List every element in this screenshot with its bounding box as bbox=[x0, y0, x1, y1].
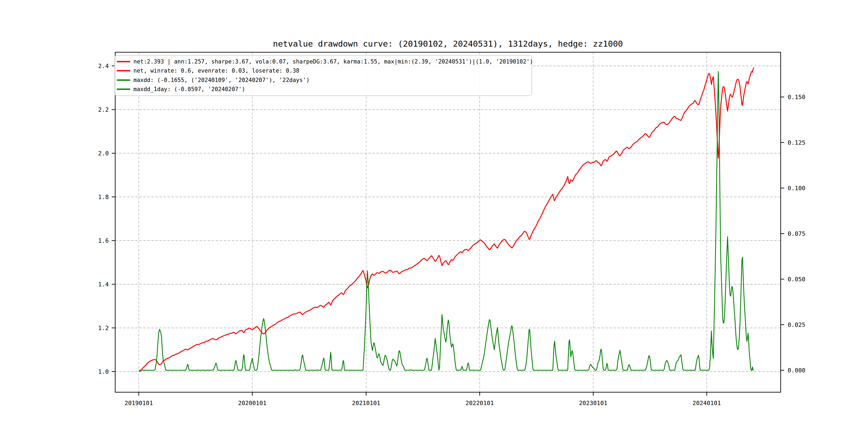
legend-label-net-winrate: net, winrate: 0.6, evenrate: 0.03, loser… bbox=[133, 67, 300, 74]
y-right-tick-label: 0.050 bbox=[787, 276, 805, 283]
x-tick-label: 20210101 bbox=[352, 400, 380, 406]
legend: net:2.393 | ann:1.257, sharpe:3.67, vola… bbox=[115, 56, 533, 96]
gridlines bbox=[115, 52, 781, 392]
y-left-tick-label: 1.6 bbox=[98, 237, 109, 244]
y-left-tick-label: 1.0 bbox=[98, 368, 109, 375]
x-tick-label: 20220101 bbox=[466, 400, 494, 406]
x-tick-label: 20230101 bbox=[579, 400, 607, 406]
x-tick-label: 20240101 bbox=[692, 400, 721, 406]
y-right-tick-label: 0.150 bbox=[787, 94, 805, 100]
y-left-tick-label: 1.2 bbox=[98, 325, 109, 331]
net-curve bbox=[139, 67, 754, 372]
axis-tick-labels: 1.01.21.41.61.82.02.22.40.0000.0250.0500… bbox=[98, 63, 805, 406]
x-tick-label: 20200101 bbox=[238, 400, 267, 406]
legend-row: maxdd_1day: (-0.0597, '20240207') bbox=[117, 86, 245, 92]
legend-row: net:2.393 | ann:1.257, sharpe:3.67, vola… bbox=[117, 58, 533, 65]
y-right-tick-label: 0.075 bbox=[787, 230, 805, 237]
drawdown-curve bbox=[139, 71, 754, 370]
x-tick-label: 20190101 bbox=[125, 400, 153, 406]
y-right-tick-label: 0.125 bbox=[787, 139, 805, 146]
legend-label-net-stats: net:2.393 | ann:1.257, sharpe:3.67, vola… bbox=[133, 58, 533, 65]
legend-row: maxdd: (-0.1655, ('20240109', '20240207'… bbox=[117, 77, 309, 83]
legend-label-maxdd: maxdd: (-0.1655, ('20240109', '20240207'… bbox=[133, 77, 309, 83]
y-right-tick-label: 0.000 bbox=[787, 367, 805, 374]
y-left-tick-label: 2.4 bbox=[98, 63, 109, 69]
y-left-tick-label: 2.0 bbox=[98, 150, 109, 157]
y-left-tick-label: 2.2 bbox=[98, 106, 109, 113]
plot-border bbox=[115, 52, 781, 392]
chart-title: netvalue drawdown curve: (20190102, 2024… bbox=[273, 39, 623, 49]
y-left-tick-label: 1.4 bbox=[98, 281, 109, 288]
legend-label-maxdd-1day: maxdd_1day: (-0.0597, '20240207') bbox=[133, 86, 245, 92]
netvalue-drawdown-figure: 1.01.21.41.61.82.02.22.40.0000.0250.0500… bbox=[0, 0, 868, 434]
y-right-tick-label: 0.025 bbox=[787, 321, 805, 328]
y-right-tick-label: 0.100 bbox=[787, 185, 805, 191]
series-curves bbox=[139, 67, 754, 372]
chart-canvas: 1.01.21.41.61.82.02.22.40.0000.0250.0500… bbox=[0, 0, 868, 434]
legend-row: net, winrate: 0.6, evenrate: 0.03, loser… bbox=[117, 67, 300, 74]
y-left-tick-label: 1.8 bbox=[98, 194, 109, 200]
